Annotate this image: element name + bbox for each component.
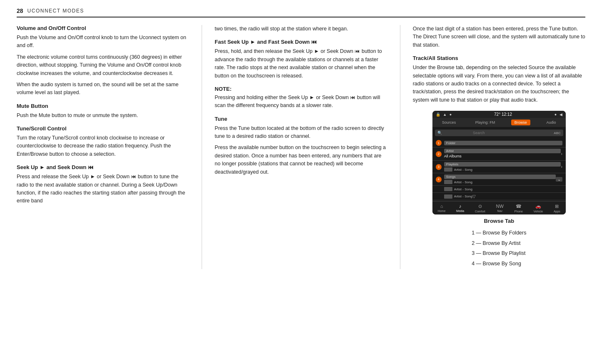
browse-items-list: 1 — Browse By Folders 2 — Browse By Arti… xyxy=(472,228,526,269)
sub-thumb-extra2 xyxy=(444,194,452,199)
chevron-icon-playlists: › xyxy=(561,165,562,169)
item-num-3: 3 xyxy=(436,164,442,170)
p-fast-seek: Press, hold, and then release the Seek U… xyxy=(215,47,387,80)
bottom-btn-phone[interactable]: ☎ Phone xyxy=(515,204,523,213)
statusbar-right-icons: ● ◀ xyxy=(553,112,562,117)
browse-item-extra1: Artist - Song xyxy=(432,186,566,193)
heading-mute: Mute Button xyxy=(17,103,189,109)
p-tune-2: Press the available number button on the… xyxy=(215,144,387,176)
columns-layout: Volume and On/Off Control Push the Volum… xyxy=(17,25,585,269)
page-header: 28 UCONNECT MODES xyxy=(17,7,585,17)
sub-text-extra2: Artist - Song xyxy=(454,194,472,198)
scroll-down-icon: ▽ xyxy=(472,194,476,199)
vehicle-icon: 🚗 xyxy=(535,204,541,209)
p-tune-scroll: Turn the rotary Tune/Scroll control knob… xyxy=(17,134,189,158)
browse-tab-container: 🔒 ▲ ● 72° 12:12 ● ◀ Sources Playin xyxy=(413,111,585,269)
p-mute: Push the Mute button to mute or unmute t… xyxy=(17,112,189,120)
bottom-btn-vehicle[interactable]: 🚗 Vehicle xyxy=(534,204,543,213)
nav-sources[interactable]: Sources xyxy=(439,120,459,125)
media-icon: ♪ xyxy=(459,204,462,209)
p-volume-1: Push the Volume and On/Off control knob … xyxy=(17,34,189,50)
apps-icon: ⊞ xyxy=(555,204,559,209)
browse-item-artist[interactable]: 2 Artist All Albums › xyxy=(432,147,566,161)
column-2: two times, the radio will stop at the st… xyxy=(215,25,387,269)
p-volume-3: When the audio system is turned on, the … xyxy=(17,81,189,97)
sub-text-3: Artist - Song xyxy=(454,168,472,172)
bottom-btn-home[interactable]: ⌂ Home xyxy=(438,204,446,213)
divider-2 xyxy=(400,25,400,269)
screen-search[interactable]: 🔍 ABC xyxy=(435,130,563,136)
item-title-artist: All Albums xyxy=(444,154,561,158)
nav-playing-fm[interactable]: Playing: FM xyxy=(472,120,499,125)
p-col2-intro: two times, the radio will stop at the st… xyxy=(215,25,387,33)
item-num-1: 1 xyxy=(436,140,442,146)
browse-item-folder[interactable]: 1 Folder xyxy=(432,139,566,147)
bottom-label-home: Home xyxy=(438,209,446,212)
heading-tune-scroll: Tune/Scroll Control xyxy=(17,125,189,132)
browse-item-extra2: Artist - Song ▽ xyxy=(432,193,566,200)
sub-thumb-4a xyxy=(444,180,452,184)
sub-text-extra1: Artist - Song xyxy=(454,187,472,191)
item-label-songs: Songs xyxy=(444,175,556,179)
heading-tune: Tune xyxy=(215,116,387,122)
chevron-icon-artist: › xyxy=(561,152,562,156)
item-label-folder: Folder xyxy=(444,141,562,145)
column-3: Once the last digit of a station has bee… xyxy=(413,25,585,269)
p-tune-1: Press the Tune button located at the bot… xyxy=(215,125,387,141)
screen-nav[interactable]: Sources Playing: FM Browse Audio xyxy=(432,118,566,127)
page-number: 28 xyxy=(17,7,23,14)
screen-bottom-bar: ⌂ Home ♪ Media ⊙ Comfort NW xyxy=(432,201,566,214)
bottom-label-media: Media xyxy=(456,209,464,212)
bottom-btn-media[interactable]: ♪ Media xyxy=(456,204,464,213)
bottom-btn-nav[interactable]: NW Nav xyxy=(496,204,504,213)
phone-icon: ☎ xyxy=(516,204,522,209)
expand-button[interactable]: ⌄ xyxy=(556,177,562,182)
comfort-icon: ⊙ xyxy=(478,204,482,209)
bottom-btn-apps[interactable]: ⊞ Apps xyxy=(554,204,560,213)
bottom-btn-comfort[interactable]: ⊙ Comfort xyxy=(475,204,485,213)
note-label: NOTE: xyxy=(215,86,387,92)
browse-item-songs[interactable]: 4 Songs Artist - Song ⌄ xyxy=(432,173,566,186)
bottom-label-apps: Apps xyxy=(554,210,560,213)
abc-label: ABC xyxy=(554,131,560,135)
heading-seek: Seek Up ► and Seek Down ⏮ xyxy=(17,164,189,170)
p-seek: Press and release the Seek Up ► or Seek … xyxy=(17,173,189,205)
search-input[interactable] xyxy=(473,131,523,135)
browse-tab-label: Browse Tab xyxy=(484,218,514,224)
p-volume-2: The electronic volume control turns cont… xyxy=(17,53,189,77)
item-num-2: 2 xyxy=(436,151,442,157)
p-note: Pressing and holding either the Seek Up … xyxy=(215,94,387,110)
browse-list: 1 Folder 2 Artist All Albums xyxy=(432,138,566,201)
item-label-artist: Artist xyxy=(444,149,561,153)
page-container: 28 UCONNECT MODES Volume and On/Off Cont… xyxy=(0,0,602,282)
browse-list-item-2: 2 — Browse By Artist xyxy=(472,239,526,248)
nav-audio[interactable]: Audio xyxy=(543,120,559,125)
lock-icon: 🔒 xyxy=(436,112,440,117)
browse-list-item-4: 4 — Browse By Song xyxy=(472,259,526,269)
bottom-label-comfort: Comfort xyxy=(475,210,485,213)
statusbar-left-icons: 🔒 ▲ ● xyxy=(436,112,453,117)
power-icon: ● xyxy=(555,112,557,117)
p-track-all: Under the Browse tab, depending on the s… xyxy=(413,64,585,104)
sub-thumb-3 xyxy=(444,167,452,172)
item-label-playlists: Playlists xyxy=(444,162,561,167)
browse-list-item-1: 1 — Browse By Folders xyxy=(472,228,526,238)
heading-fast-seek: Fast Seek Up ► and Fast Seek Down ⏮ xyxy=(215,39,387,45)
statusbar-time: 72° 12:12 xyxy=(494,112,512,117)
screen-statusbar: 🔒 ▲ ● 72° 12:12 ● ◀ xyxy=(432,111,566,118)
browse-item-playlists[interactable]: 3 Playlists Artist - Song › xyxy=(432,161,566,173)
bottom-label-phone: Phone xyxy=(515,210,523,213)
bottom-label-vehicle: Vehicle xyxy=(534,210,543,213)
browse-list-item-3: 3 — Browse By Playlist xyxy=(472,249,526,258)
home-icon: ⌂ xyxy=(440,204,443,209)
dot-icon: ● xyxy=(450,112,452,117)
bottom-label-nav: Nav xyxy=(497,209,502,212)
item-num-4: 4 xyxy=(436,177,442,182)
sub-thumb-extra1 xyxy=(444,187,452,191)
p-col3-intro: Once the last digit of a station has bee… xyxy=(413,25,585,49)
nav-icon: NW xyxy=(496,204,504,209)
nav-browse[interactable]: Browse xyxy=(511,120,530,125)
column-1: Volume and On/Off Control Push the Volum… xyxy=(17,25,189,269)
signal-icon: ▲ xyxy=(443,112,447,117)
sub-text-4a: Artist - Song xyxy=(454,180,472,184)
